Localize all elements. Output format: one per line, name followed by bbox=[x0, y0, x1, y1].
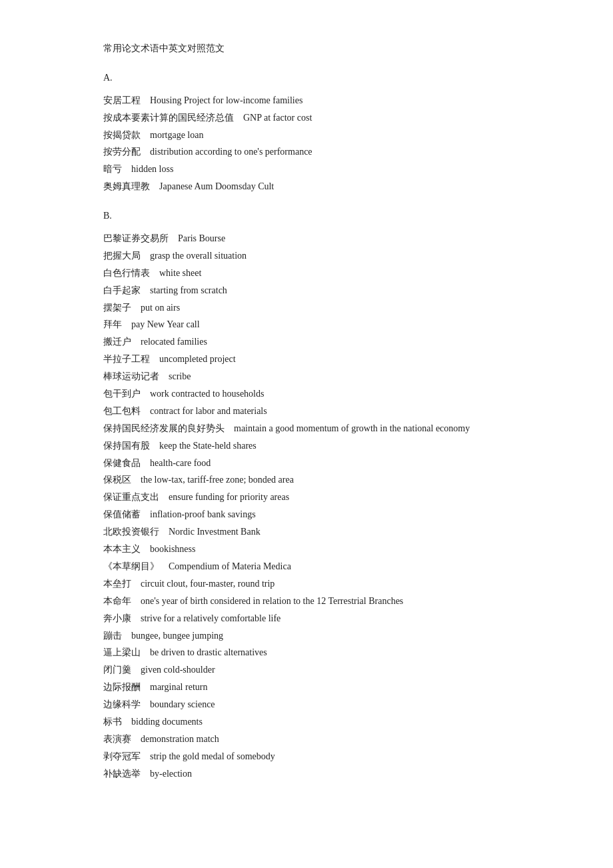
list-item: 逼上梁山 be driven to drastic alternatives bbox=[103, 644, 510, 661]
list-item: 奥姆真理教 Japanese Aum Doomsday Cult bbox=[103, 178, 510, 195]
list-item: 边缘科学 boundary science bbox=[103, 696, 510, 713]
list-item: 按成本要素计算的国民经济总值 GNP at factor cost bbox=[103, 109, 510, 127]
page-title: 常用论文术语中英文对照范文 bbox=[103, 40, 510, 57]
list-item: 半拉子工程 uncompleted project bbox=[103, 351, 510, 368]
list-item: 搬迁户 relocated families bbox=[103, 333, 510, 351]
list-item: 本本主义 bookishness bbox=[103, 541, 510, 558]
list-item: 保健食品 health-care food bbox=[103, 455, 510, 472]
list-item: 保税区 the low-tax, tariff-free zone; bonde… bbox=[103, 471, 510, 489]
list-item: 补缺选举 by-election bbox=[103, 765, 510, 783]
list-item: 摆架子 put on airs bbox=[103, 299, 510, 317]
list-item: 包干到户 work contracted to households bbox=[103, 385, 510, 403]
list-item: 剥夺冠军 strip the gold medal of somebody bbox=[103, 748, 510, 765]
list-item: 保证重点支出 ensure funding for priority areas bbox=[103, 489, 510, 506]
list-item: 白手起家 starting from scratch bbox=[103, 282, 510, 299]
list-item: 本垒打 circuit clout, four-master, round tr… bbox=[103, 575, 510, 593]
list-item: 按揭贷款 mortgage loan bbox=[103, 127, 510, 144]
list-item: 保持国有股 keep the State-held shares bbox=[103, 437, 510, 455]
list-item: 安居工程 Housing Project for low-income fami… bbox=[103, 92, 510, 109]
list-item: 按劳分配 distribution according to one's per… bbox=[103, 143, 510, 161]
list-item: 把握大局 grasp the overall situation bbox=[103, 247, 510, 265]
list-item: 暗亏 hidden loss bbox=[103, 161, 510, 178]
list-item: 边际报酬 marginal return bbox=[103, 679, 510, 696]
list-item: 保持国民经济发展的良好势头 maintain a good momentum o… bbox=[103, 420, 510, 437]
list-item: 《本草纲目》 Compendium of Materia Medica bbox=[103, 558, 510, 575]
list-item: 闭门羹 given cold-shoulder bbox=[103, 661, 510, 679]
section-letter-B: B. bbox=[103, 207, 510, 225]
list-item: 奔小康 strive for a relatively comfortable … bbox=[103, 610, 510, 627]
list-item: 巴黎证券交易所 Paris Bourse bbox=[103, 230, 510, 247]
list-item: 标书 bidding documents bbox=[103, 713, 510, 731]
list-item: 白色行情表 white sheet bbox=[103, 265, 510, 282]
list-item: 保值储蓄 inflation-proof bank savings bbox=[103, 506, 510, 523]
list-item: 拜年 pay New Year call bbox=[103, 316, 510, 333]
list-item: 蹦击 bungee, bungee jumping bbox=[103, 627, 510, 645]
list-item: 棒球运动记者 scribe bbox=[103, 368, 510, 385]
list-item: 表演赛 demonstration match bbox=[103, 731, 510, 748]
list-item: 本命年 one's year of birth considered in re… bbox=[103, 593, 510, 610]
list-item: 北欧投资银行 Nordic Investment Bank bbox=[103, 523, 510, 541]
section-letter-A: A. bbox=[103, 69, 510, 87]
list-item: 包工包料 contract for labor and materials bbox=[103, 403, 510, 420]
